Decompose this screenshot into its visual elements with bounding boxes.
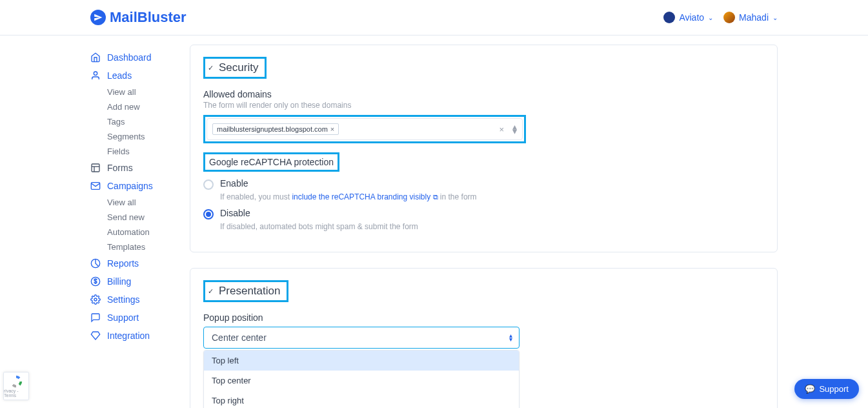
user-selector[interactable]: Mahadi ⌄ — [723, 12, 778, 23]
sidebar-item-dashboard[interactable]: Dashboard — [90, 48, 181, 66]
header-right: Aviato ⌄ Mahadi ⌄ — [663, 12, 778, 23]
sub-item[interactable]: View all — [107, 195, 181, 210]
sidebar-item-campaigns[interactable]: Campaigns — [90, 177, 181, 195]
dropdown-item[interactable]: Top center — [204, 371, 519, 391]
brand-name: Aviato — [679, 12, 704, 23]
nav-label: Campaigns — [107, 181, 153, 191]
logo-icon — [90, 10, 106, 25]
recaptcha-label: Google reCAPTCHA protection — [203, 152, 339, 172]
logo[interactable]: MailBluster — [90, 9, 187, 26]
domain-chip-text: mailblustersignuptest.blogspot.com — [217, 125, 328, 133]
caret-icon: ▴▾ — [509, 334, 512, 342]
recaptcha-icon — [9, 374, 23, 389]
chevron-down-icon: ✓ — [208, 287, 214, 296]
dropdown-item[interactable]: Top left — [204, 351, 519, 371]
sidebar: Dashboard Leads View all Add new Tags Se… — [90, 45, 181, 408]
support-label: Support — [819, 384, 849, 394]
mail-icon — [90, 181, 101, 191]
sub-item[interactable]: Send new — [107, 210, 181, 225]
nav-label: Settings — [107, 294, 140, 305]
radio-disable[interactable]: Disable — [203, 208, 764, 219]
svg-point-0 — [94, 72, 97, 75]
chevron-down-icon: ✓ — [208, 64, 214, 72]
user-name: Mahadi — [739, 12, 769, 23]
form-icon — [90, 163, 101, 173]
sidebar-item-integration[interactable]: Integration — [90, 327, 181, 345]
popup-position-dropdown[interactable]: Top left Top center Top right Center lef… — [203, 350, 520, 408]
sidebar-item-forms[interactable]: Forms — [90, 159, 181, 177]
sub-item[interactable]: Templates — [107, 240, 181, 254]
nav-label: Support — [107, 312, 139, 323]
brand-avatar — [663, 12, 675, 23]
radio-label: Enable — [220, 178, 248, 189]
sidebar-item-reports[interactable]: Reports — [90, 254, 181, 272]
campaigns-subitems: View all Send new Automation Templates — [90, 195, 181, 254]
brand-selector[interactable]: Aviato ⌄ — [663, 12, 713, 23]
nav-label: Integration — [107, 331, 150, 341]
external-link-icon: ⧉ — [433, 193, 438, 201]
radio-disable-help: If disabled, automated bots might spam &… — [220, 222, 764, 231]
leads-subitems: View all Add new Tags Segments Fields — [90, 85, 181, 159]
nav-label: Dashboard — [107, 52, 152, 63]
sidebar-item-settings[interactable]: Settings — [90, 291, 181, 309]
chevron-down-icon: ⌄ — [772, 14, 778, 21]
nav-label: Leads — [107, 70, 132, 81]
recaptcha-terms: rivacy - Terms — [4, 389, 28, 398]
nav-label: Billing — [107, 276, 131, 287]
radio-icon[interactable] — [203, 179, 214, 190]
sub-item[interactable]: View all — [107, 85, 181, 99]
dropdown-item[interactable]: Top right — [204, 391, 519, 408]
help-prefix: If enabled, you must — [220, 192, 292, 201]
sub-item[interactable]: Add new — [107, 99, 181, 114]
gear-icon — [90, 294, 101, 305]
security-panel: ✓ Security Allowed domains The form will… — [190, 45, 778, 252]
domain-input[interactable]: mailblustersignuptest.blogspot.com × × ▴… — [207, 118, 523, 140]
recaptcha-branding-link[interactable]: include the reCAPTCHA branding visibly — [292, 192, 430, 201]
diamond-icon — [90, 331, 101, 341]
nav-label: Reports — [107, 258, 139, 269]
help-suffix: in the form — [438, 192, 477, 201]
content: ✓ Security Allowed domains The form will… — [190, 45, 778, 408]
clear-all-icon[interactable]: × — [499, 125, 504, 134]
chevron-down-icon: ⌄ — [708, 14, 713, 21]
panel-title-text: Presentation — [219, 285, 280, 298]
radio-enable[interactable]: Enable — [203, 178, 764, 190]
presentation-panel: ✓ Presentation Popup position Center cen… — [190, 268, 778, 408]
panel-title-security[interactable]: ✓ Security — [203, 57, 267, 79]
recaptcha-badge: rivacy - Terms — [3, 372, 29, 400]
radio-icon[interactable] — [203, 209, 214, 219]
chat-icon: 💬 — [805, 384, 815, 394]
sidebar-item-support[interactable]: Support — [90, 309, 181, 327]
svg-point-7 — [94, 298, 97, 301]
panel-title-presentation[interactable]: ✓ Presentation — [203, 280, 288, 302]
svg-rect-1 — [92, 164, 99, 172]
panel-title-text: Security — [219, 61, 258, 74]
sub-item[interactable]: Segments — [107, 129, 181, 144]
user-icon — [90, 70, 101, 81]
radio-enable-help: If enabled, you must include the reCAPTC… — [220, 192, 764, 201]
header: MailBluster Aviato ⌄ Mahadi ⌄ — [0, 0, 868, 36]
sidebar-item-billing[interactable]: Billing — [90, 272, 181, 291]
remove-chip-icon[interactable]: × — [330, 125, 334, 133]
domain-chip: mailblustersignuptest.blogspot.com × — [212, 123, 339, 135]
sidebar-item-leads[interactable]: Leads — [90, 66, 181, 85]
sub-item[interactable]: Automation — [107, 225, 181, 240]
popup-position-select[interactable]: Center center ▴▾ — [203, 327, 520, 349]
radio-label: Disable — [220, 208, 250, 218]
sub-item[interactable]: Tags — [107, 114, 181, 129]
dollar-icon — [90, 276, 101, 287]
chart-icon — [90, 258, 101, 269]
support-button[interactable]: 💬 Support — [794, 379, 859, 399]
select-value: Center center — [212, 332, 267, 343]
help-link: include the reCAPTCHA branding visibly — [292, 192, 430, 201]
sub-item[interactable]: Fields — [107, 144, 181, 159]
popup-position-label: Popup position — [203, 312, 764, 323]
allowed-domains-help: The form will render only on these domai… — [203, 101, 764, 110]
allowed-domains-label: Allowed domains — [203, 89, 764, 99]
nav-label: Forms — [107, 163, 133, 173]
user-avatar — [723, 12, 735, 23]
chat-icon — [90, 312, 101, 323]
main: Dashboard Leads View all Add new Tags Se… — [0, 45, 868, 408]
stepper-icon[interactable]: ▴▾ — [512, 125, 517, 134]
logo-text: MailBluster — [110, 9, 187, 26]
